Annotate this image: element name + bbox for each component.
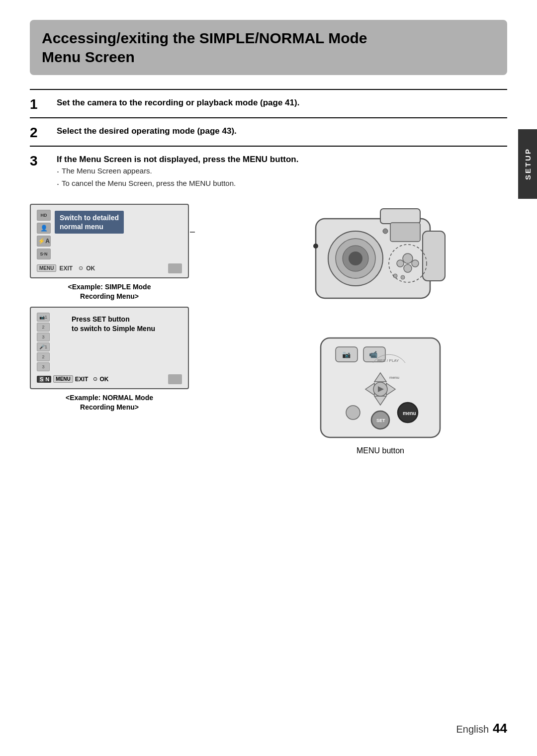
sn-badge: S N [37,376,51,383]
menu-label: MENU [37,264,56,272]
ok-label: OK [86,265,95,272]
hd-icon: HD [37,210,51,221]
sn-icon: S·N [37,249,51,259]
cam-1-icon: 📷1 [37,313,50,322]
svg-point-9 [403,253,413,263]
right-column: 📷 📹 REC / PLAY [254,204,507,455]
simple-mode-bottom-bar: MENU EXIT ⊙ OK [37,263,182,273]
normal-mode-text: Press SET button to switch to Simple Men… [72,313,155,334]
svg-point-15 [383,229,388,234]
highlighted-menu-item: Switch to detailed normal menu [55,211,124,234]
normal-screen-corner [168,374,182,384]
normal-exit-label: EXIT [75,376,89,383]
svg-rect-8 [390,223,420,242]
svg-text:REC / PLAY: REC / PLAY [377,358,399,363]
svg-point-11 [412,260,419,267]
normal-menu-label: MENU [53,375,73,383]
step-1-main: Set the camera to the recording or playb… [57,97,507,109]
svg-point-16 [313,244,318,249]
step-1-row: 1 Set the camera to the recording or pla… [30,89,507,117]
title-block: Accessing/exiting the SIMPLE/NORMAL Mode… [30,20,507,75]
step-3-number: 3 [30,154,52,169]
simple-mode-screen: HD 👤 ⚡A S·N Switch to detailed normal me… [30,204,189,278]
person-icon: 👤 [37,223,51,234]
set-icon-label: ⊙ [79,265,83,271]
control-pad-illustration: 📷 📹 REC / PLAY [316,333,445,442]
normal-set-icon: ⊙ [93,376,97,382]
step-3-row: 3 If the Menu Screen is not displayed, p… [30,146,507,195]
mic-2-icon: 2 [37,352,50,361]
mic-3-icon: 3 [37,362,50,371]
svg-text:📷: 📷 [342,350,351,359]
language-label: English [456,724,489,735]
normal-mode-bottom-bar: S N MENU EXIT ⊙ OK [37,374,182,384]
svg-point-10 [404,264,412,272]
step-2-content: Select the desired operating mode (page … [57,125,507,137]
page-footer: English 44 [456,721,507,736]
svg-text:menu: menu [389,375,399,380]
simple-mode-icons: HD 👤 ⚡A S·N [37,210,51,259]
screen-corner [168,263,182,273]
cam-3-icon: 3 [37,333,50,341]
step-2-number: 2 [30,125,52,141]
svg-point-12 [397,260,404,267]
simple-mode-example-label: <Example: SIMPLE ModeRecording Menu> [30,282,189,302]
svg-text:SET: SET [376,418,385,423]
normal-ok-label: OK [99,376,108,383]
step-2-main: Select the desired operating mode (page … [57,125,507,137]
step-3-bullet-2: To cancel the Menu Screen, press the MEN… [57,179,507,190]
content-area: HD 👤 ⚡A S·N Switch to detailed normal me… [30,204,507,455]
step-2-row: 2 Select the desired operating mode (pag… [30,117,507,146]
menu-button-label: MENU button [357,446,404,455]
left-column: HD 👤 ⚡A S·N Switch to detailed normal me… [30,204,239,455]
setup-tab: SETUP [518,129,537,199]
step-1-content: Set the camera to the recording or playb… [57,97,507,109]
svg-text:📹: 📹 [369,350,378,359]
normal-mode-example-label: <Example: NORMAL ModeRecording Menu> [30,393,189,413]
step-1-number: 1 [30,97,52,112]
step-3-main: If the Menu Screen is not displayed, pre… [57,154,507,166]
bolt-icon: ⚡A [37,236,51,247]
step-3-bullet-1: The Menu Screen appears. [57,167,507,177]
mic-1-icon: 🎤1 [37,342,50,351]
svg-text:menu: menu [403,411,416,416]
step-3-content: If the Menu Screen is not displayed, pre… [57,154,507,190]
svg-point-14 [401,275,405,279]
page: SETUP Accessing/exiting the SIMPLE/NORMA… [0,0,537,756]
svg-rect-6 [423,231,445,281]
exit-label: EXIT [59,265,73,272]
normal-mode-screen: 📷1 2 3 🎤1 2 3 Press SET button to switch… [30,307,189,389]
svg-point-35 [346,406,360,420]
svg-rect-7 [380,209,420,224]
normal-mode-icons: 📷1 2 3 🎤1 2 3 [37,313,50,371]
camera-illustration [306,204,455,333]
cam-2-icon: 2 [37,323,50,332]
svg-point-5 [349,252,362,265]
page-number: 44 [493,721,507,736]
page-title: Accessing/exiting the SIMPLE/NORMAL Mode… [42,29,495,66]
